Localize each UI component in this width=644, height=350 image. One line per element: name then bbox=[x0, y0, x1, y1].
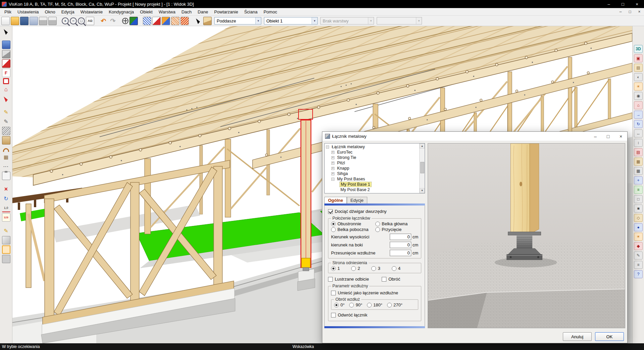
radio-off-icon[interactable] bbox=[387, 303, 392, 307]
dialog-maximize-button[interactable]: □ bbox=[602, 132, 614, 141]
tree-node-label[interactable]: My Post Base 2 bbox=[339, 187, 371, 192]
axes-icon[interactable]: + bbox=[634, 176, 643, 184]
select-cursor-icon[interactable] bbox=[194, 17, 202, 25]
collapse-icon[interactable]: − bbox=[326, 145, 329, 149]
top-view-icon[interactable]: ■ bbox=[634, 205, 643, 213]
delete-tool-icon[interactable]: × bbox=[2, 185, 10, 193]
panel-gray-tool-icon[interactable] bbox=[2, 255, 10, 263]
tab-edycje[interactable]: Edycje bbox=[347, 197, 367, 203]
list-icon[interactable]: ≡ bbox=[634, 186, 643, 194]
profile-tool-icon[interactable]: F bbox=[2, 69, 10, 77]
connector-preview[interactable] bbox=[428, 143, 625, 328]
arc-roof-tool-icon[interactable] bbox=[3, 148, 9, 152]
save-icon[interactable] bbox=[20, 17, 29, 25]
radio-off-icon[interactable] bbox=[371, 266, 376, 271]
shadow-icon[interactable]: ◐ bbox=[634, 73, 643, 81]
tree-node-strong-tie[interactable]: + Strong Tie bbox=[325, 155, 425, 160]
child-restore-button[interactable]: □ bbox=[625, 9, 635, 14]
radio-270deg[interactable]: 270° bbox=[387, 302, 402, 307]
light-icon[interactable]: ☀ bbox=[634, 233, 643, 241]
child-close-button[interactable]: × bbox=[635, 9, 644, 14]
radio-off-icon[interactable] bbox=[367, 303, 372, 307]
menu-sciana[interactable]: Ściana bbox=[241, 9, 261, 15]
print-icon[interactable] bbox=[39, 17, 47, 25]
pattern-multi-icon[interactable] bbox=[180, 17, 189, 25]
house-view-icon[interactable]: ⌂ bbox=[634, 101, 643, 109]
pattern-roof-orange-icon[interactable] bbox=[162, 17, 170, 25]
tree-node-label-selected[interactable]: My Post Base 1 bbox=[339, 182, 372, 187]
side-direction-input[interactable] bbox=[390, 242, 411, 248]
walkthrough-icon[interactable]: → bbox=[634, 111, 643, 119]
minimize-button[interactable]: – bbox=[602, 0, 616, 8]
radio-belka-glowna[interactable]: Belka główna bbox=[375, 221, 418, 226]
radio-90deg[interactable]: 90° bbox=[349, 302, 362, 307]
box-3d-tool-icon[interactable] bbox=[2, 50, 10, 58]
scroll-down-icon[interactable]: ▼ bbox=[420, 188, 425, 193]
elevation-icon[interactable]: ↕ bbox=[634, 139, 643, 147]
orbit-icon[interactable]: ↻ bbox=[634, 120, 643, 128]
settings-icon[interactable]: ≡ bbox=[634, 261, 643, 269]
zoom-window-icon[interactable]: □ bbox=[78, 17, 85, 24]
scrollbar-thumb[interactable] bbox=[420, 162, 424, 173]
radio-side-2[interactable]: 2 bbox=[351, 266, 360, 271]
redo-icon[interactable]: ↷ bbox=[109, 17, 117, 25]
chevron-down-icon[interactable]: ▾ bbox=[255, 17, 261, 24]
collapse-icon[interactable]: − bbox=[331, 178, 334, 181]
tree-node-label[interactable]: Pitzl bbox=[336, 161, 346, 165]
place-longitudinal-checkbox[interactable] bbox=[331, 291, 336, 295]
tree-node-label[interactable]: Knapp bbox=[336, 166, 350, 171]
radio-side-3[interactable]: 3 bbox=[371, 266, 380, 271]
pencil-gray-tool-icon[interactable]: ✎ bbox=[2, 117, 10, 126]
radio-0deg[interactable]: 0° bbox=[334, 302, 344, 307]
radio-side-4[interactable]: 4 bbox=[392, 266, 400, 271]
sun-icon[interactable]: ☀ bbox=[634, 82, 643, 91]
tree-node-my-post-bases[interactable]: − My Post Bases bbox=[325, 176, 425, 182]
dialog-close-button[interactable]: × bbox=[614, 132, 627, 141]
radio-off-icon[interactable] bbox=[375, 227, 380, 232]
tab-ogolne[interactable]: Ogólne bbox=[324, 197, 347, 203]
height-direction-input[interactable] bbox=[390, 234, 411, 240]
numbering-tool-icon[interactable]: 123 bbox=[2, 213, 10, 222]
chevron-down-icon[interactable]: ▾ bbox=[312, 17, 317, 24]
radio-obustronnie[interactable]: Obustronnie bbox=[331, 221, 374, 226]
menu-pomoc[interactable]: Pomoc bbox=[261, 9, 280, 15]
undo-icon[interactable]: ↶ bbox=[99, 17, 108, 25]
child-minimize-button[interactable]: – bbox=[616, 9, 625, 14]
menu-plik[interactable]: Plik bbox=[1, 9, 14, 15]
mirror-checkbox[interactable] bbox=[328, 277, 333, 282]
draw-pencil-tool-icon[interactable]: ✎ bbox=[2, 227, 10, 235]
radio-off-icon[interactable] bbox=[375, 222, 380, 226]
tree-scrollbar[interactable]: ▲ ▼ bbox=[419, 143, 425, 193]
tree-node-label[interactable]: My Post Bases bbox=[336, 177, 366, 181]
tree-node-label[interactable]: EuroTec bbox=[336, 150, 354, 155]
dash-line-tool-icon[interactable]: ··· bbox=[2, 162, 10, 171]
render-mode-icon[interactable]: ▣ bbox=[634, 54, 643, 62]
zoom-out-icon[interactable]: − bbox=[70, 17, 77, 24]
tree-node-my-post-base-1[interactable]: My Post Base 1 bbox=[325, 182, 425, 187]
menu-ustawienia[interactable]: Ustawienia bbox=[14, 9, 42, 15]
radio-on-icon[interactable] bbox=[331, 222, 336, 226]
view-3d-icon[interactable]: 3D bbox=[634, 45, 643, 53]
panel-active-tool-icon[interactable] bbox=[2, 245, 10, 254]
radio-off-icon[interactable] bbox=[331, 227, 336, 232]
zoom-in-icon[interactable]: + bbox=[62, 17, 69, 24]
house-tool-icon[interactable]: ⌂ bbox=[2, 85, 10, 94]
menu-dach[interactable]: Dach bbox=[178, 9, 195, 15]
open-folder-icon[interactable] bbox=[11, 17, 19, 25]
help-icon[interactable]: ? bbox=[634, 270, 643, 278]
connector-tree[interactable]: − Łącznik metalowy + EuroTec + Strong Ti… bbox=[324, 143, 425, 193]
edit-view-icon[interactable]: ✎ bbox=[634, 251, 643, 259]
radio-on-icon[interactable] bbox=[331, 266, 336, 271]
dialog-minimize-button[interactable]: – bbox=[589, 132, 602, 141]
material-icon[interactable]: ◆ bbox=[634, 242, 643, 250]
wall-tool-icon[interactable] bbox=[2, 41, 10, 49]
section-icon[interactable]: ▤ bbox=[634, 148, 643, 156]
menu-wstawianie[interactable]: Wstawianie bbox=[77, 9, 106, 15]
tree-node-root[interactable]: − Łącznik metalowy bbox=[325, 144, 425, 150]
tree-node-label[interactable]: Strong Tie bbox=[336, 155, 357, 160]
menu-edycja[interactable]: Edycja bbox=[58, 9, 77, 15]
center-target-icon[interactable] bbox=[122, 18, 128, 24]
grid-icon[interactable]: ▦ bbox=[634, 167, 643, 175]
expand-icon[interactable]: + bbox=[331, 167, 334, 170]
menu-dane[interactable]: Dane bbox=[195, 9, 211, 15]
